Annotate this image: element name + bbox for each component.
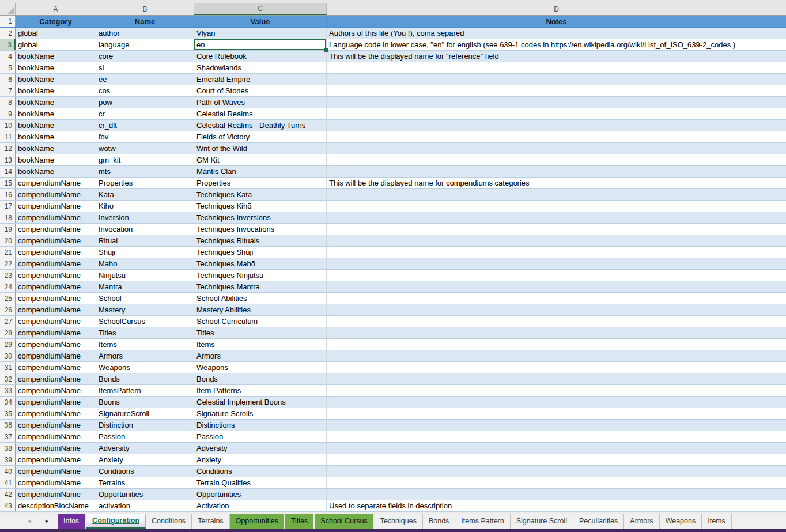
sheet-tab-techniques[interactable]: Techniques [375, 514, 423, 529]
cell-name[interactable]: Titles [96, 327, 194, 338]
cell-category[interactable]: compendiumName [16, 224, 96, 235]
cell-notes[interactable] [327, 108, 786, 119]
cell-notes[interactable] [327, 74, 786, 85]
row-number[interactable]: 24 [0, 281, 16, 292]
cell-value[interactable]: Bonds [194, 373, 327, 384]
row-number[interactable]: 1 [0, 16, 16, 27]
cell-category[interactable]: compendiumName [16, 466, 96, 477]
cell-notes[interactable] [327, 166, 786, 177]
cell-category[interactable]: compendiumName [16, 431, 96, 442]
cell-notes[interactable] [327, 350, 786, 361]
cell-notes[interactable] [327, 270, 786, 281]
cell-value[interactable]: Techniques Ninjutsu [194, 270, 327, 281]
cell-name[interactable]: author [96, 28, 194, 39]
cell-value[interactable]: Techniques Kata [194, 189, 327, 200]
cell-name[interactable]: cos [96, 85, 194, 96]
cell-name[interactable]: Distinction [96, 420, 194, 431]
cell-value[interactable]: Items [194, 339, 327, 350]
cell-notes[interactable] [327, 143, 786, 154]
cell-notes[interactable] [327, 304, 786, 315]
cell-name[interactable]: gm_kit [96, 154, 194, 165]
row-number[interactable]: 16 [0, 189, 16, 200]
cell-name[interactable]: Passion [96, 431, 194, 442]
cell-value[interactable]: Core Rulebook [194, 51, 327, 62]
row-number[interactable]: 35 [0, 408, 16, 419]
cell-category[interactable]: bookName [16, 85, 96, 96]
cell-value[interactable]: Techniques Mahõ [194, 258, 327, 269]
sheet-tab-bonds[interactable]: Bonds [423, 514, 455, 529]
row-number[interactable]: 25 [0, 293, 16, 304]
cell-name[interactable]: Opportunities [96, 489, 194, 500]
cell-notes[interactable] [327, 154, 786, 165]
cell-name[interactable]: Mantra [96, 281, 194, 292]
cell-notes[interactable] [327, 62, 786, 73]
cell-value[interactable]: Techniques Kihõ [194, 201, 327, 212]
cell-category[interactable]: compendiumName [16, 247, 96, 258]
header-name[interactable]: Name [96, 16, 194, 27]
cell-value[interactable]: Activation [194, 500, 327, 511]
row-number[interactable]: 30 [0, 350, 16, 361]
cell-notes[interactable] [327, 293, 786, 304]
cell-notes[interactable] [327, 373, 786, 384]
cell-name[interactable]: fov [96, 131, 194, 142]
cell-notes[interactable]: Used to separate fields in description [327, 500, 786, 511]
row-number[interactable]: 29 [0, 339, 16, 350]
row-number[interactable]: 18 [0, 212, 16, 223]
row-number[interactable]: 27 [0, 316, 16, 327]
cell-notes[interactable]: Authors of this file (You !), coma separ… [327, 28, 786, 39]
cell-category[interactable]: compendiumName [16, 489, 96, 500]
row-number[interactable]: 32 [0, 373, 16, 384]
row-number[interactable]: 20 [0, 235, 16, 246]
cell-category[interactable]: compendiumName [16, 454, 96, 465]
sheet-tab-titles[interactable]: Titles [285, 514, 315, 529]
cell-value[interactable]: GM Kit [194, 154, 327, 165]
cell-category[interactable]: bookName [16, 51, 96, 62]
sheet-tab-items-pattern[interactable]: Items Pattern [455, 514, 510, 529]
cell-notes[interactable] [327, 120, 786, 131]
cell-name[interactable]: SchoolCursus [96, 316, 194, 327]
cell-category[interactable]: bookName [16, 62, 96, 73]
cell-category[interactable]: bookName [16, 74, 96, 85]
row-number[interactable]: 21 [0, 247, 16, 258]
cell-name[interactable]: Kata [96, 189, 194, 200]
sheet-tab-peculiarities[interactable]: Peculiarities [573, 514, 624, 529]
sheet-tab-items[interactable]: Items [702, 514, 732, 529]
cell-value[interactable]: Techniques Rituals [194, 235, 327, 246]
cell-category[interactable]: compendiumName [16, 477, 96, 488]
cell-notes[interactable] [327, 212, 786, 223]
cell-name[interactable]: Maho [96, 258, 194, 269]
sheet-tab-conditions[interactable]: Conditions [146, 514, 192, 529]
cell-category[interactable]: bookName [16, 97, 96, 108]
sheet-nav-forward-icon[interactable]: ► [44, 518, 50, 524]
row-number[interactable]: 43 [0, 500, 16, 511]
cell-notes[interactable] [327, 189, 786, 200]
cell-value[interactable]: Passion [194, 431, 327, 442]
row-number[interactable]: 39 [0, 454, 16, 465]
row-number[interactable]: 37 [0, 431, 16, 442]
cell-value[interactable]: Conditions [194, 466, 327, 477]
row-number[interactable]: 17 [0, 201, 16, 212]
cell-value[interactable]: Techniques Invocations [194, 224, 327, 235]
row-number[interactable]: 22 [0, 258, 16, 269]
column-header-d[interactable]: D [327, 3, 786, 15]
sheet-nav-back-icon[interactable]: ◄ [27, 518, 32, 524]
cell-name[interactable]: Terrains [96, 477, 194, 488]
cell-category[interactable]: compendiumName [16, 420, 96, 431]
cell-notes[interactable] [327, 316, 786, 327]
cell-name[interactable]: Ninjutsu [96, 270, 194, 281]
sheet-tab-opportunities[interactable]: Opportunities [230, 514, 285, 529]
active-cell[interactable]: en [194, 39, 327, 50]
cell-name[interactable]: pow [96, 97, 194, 108]
cell-name[interactable]: SignatureScroll [96, 408, 194, 419]
cell-notes[interactable] [327, 466, 786, 477]
cell-name[interactable]: cr_dlt [96, 120, 194, 131]
cell-name[interactable]: activation [96, 500, 194, 511]
cell-notes[interactable] [327, 489, 786, 500]
cell-category[interactable]: compendiumName [16, 270, 96, 281]
cell-name[interactable]: Bonds [96, 373, 194, 384]
cell-notes[interactable]: This will be the displayed name for "ref… [327, 51, 786, 62]
cell-value[interactable]: Shadowlands [194, 62, 327, 73]
cell-name[interactable]: Conditions [96, 466, 194, 477]
cell-value[interactable]: Armors [194, 350, 327, 361]
row-number[interactable]: 9 [0, 108, 16, 119]
